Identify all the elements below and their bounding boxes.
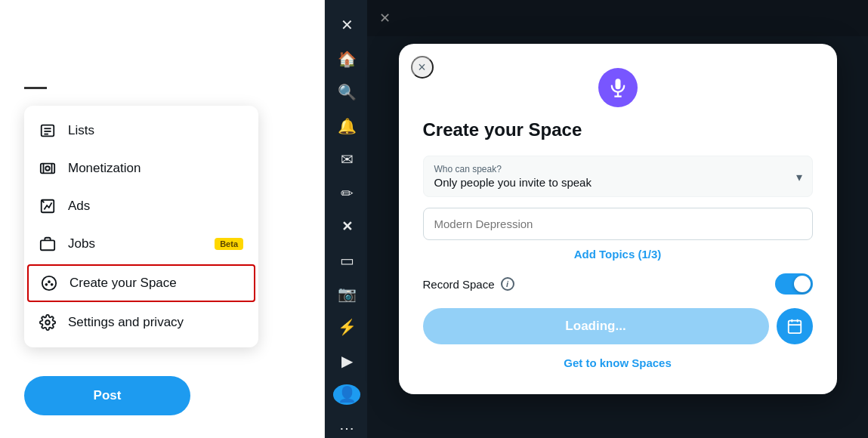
action-row: Loading... [423, 308, 813, 344]
spaces-icon-wrapper [423, 68, 813, 107]
chevron-down-icon: ▾ [796, 169, 802, 184]
record-space-text: Record Space [423, 278, 495, 291]
menu-item-create-space[interactable]: Create your Space [27, 264, 255, 302]
left-panel: Lists Monetization [0, 0, 325, 438]
record-space-label: Record Space i [423, 277, 514, 291]
svg-point-14 [51, 284, 53, 285]
toggle-knob [794, 276, 811, 292]
more-icon[interactable]: ⋯ [333, 418, 360, 438]
menu-item-jobs[interactable]: Jobs Beta [24, 225, 258, 263]
settings-icon [39, 314, 56, 331]
left-nav: ✕ 🏠 🔍 🔔 ✉ ✏ ✕ ▭ 📷 ⚡ ▶ 👤 ⋯ [326, 0, 367, 438]
x-logo-icon[interactable]: ✕ [333, 217, 360, 236]
menu-item-settings[interactable]: Settings and privacy [24, 304, 258, 341]
mail-icon[interactable]: ✉ [333, 150, 360, 169]
space-name-input[interactable] [423, 208, 813, 240]
svg-rect-19 [788, 321, 801, 334]
who-can-speak-select[interactable]: Who can speak? Only people you invite to… [423, 156, 813, 197]
schedule-button[interactable] [777, 308, 813, 344]
twitter-x-nav-icon[interactable]: ✕ [333, 15, 360, 35]
svg-rect-16 [615, 79, 620, 89]
menu-label-jobs: Jobs [68, 236, 95, 251]
edit-icon[interactable]: ✏ [333, 183, 360, 202]
info-icon[interactable]: i [501, 277, 514, 291]
spaces-microphone-icon [598, 68, 638, 107]
list-icon [39, 122, 56, 139]
space-icon [41, 275, 57, 291]
modal-title: Create your Space [423, 119, 813, 140]
menu-label-ads: Ads [68, 199, 90, 214]
menu-label-lists: Lists [68, 123, 94, 138]
modal-overlay: × Create your Space Who can speak? Only … [367, 0, 868, 438]
who-can-speak-wrapper[interactable]: Who can speak? Only people you invite to… [423, 156, 813, 197]
create-space-modal: × Create your Space Who can speak? Only … [399, 44, 837, 394]
record-space-toggle[interactable] [775, 273, 813, 295]
divider [24, 87, 47, 89]
lightning-icon[interactable]: ⚡ [333, 317, 360, 337]
svg-point-12 [45, 284, 47, 285]
play-icon[interactable]: ▶ [333, 351, 360, 371]
add-topics-link[interactable]: Add Topics (1/3) [574, 248, 662, 261]
menu-label-create-space: Create your Space [70, 276, 177, 291]
svg-rect-10 [41, 240, 54, 250]
who-can-speak-label: Who can speak? [434, 164, 782, 174]
profile-icon[interactable]: 👤 [333, 384, 360, 404]
get-to-know-container: Get to know Spaces [423, 356, 813, 370]
monetization-icon [39, 160, 56, 177]
bell-icon[interactable]: 🔔 [333, 116, 360, 135]
add-topics-container: Add Topics (1/3) [423, 248, 813, 261]
menu-item-lists[interactable]: Lists [24, 112, 258, 150]
search-icon[interactable]: 🔍 [333, 82, 360, 102]
menu-label-settings: Settings and privacy [68, 315, 184, 330]
modal-close-button[interactable]: × [411, 56, 434, 79]
ads-icon [39, 198, 56, 214]
record-space-row: Record Space i [423, 273, 813, 295]
beta-badge: Beta [215, 238, 243, 250]
svg-point-15 [45, 320, 50, 325]
svg-point-13 [48, 281, 50, 282]
dropdown-menu: Lists Monetization [24, 106, 258, 347]
home-icon[interactable]: 🏠 [333, 48, 360, 68]
loading-button[interactable]: Loading... [423, 308, 769, 344]
who-can-speak-value: Only people you invite to speak [434, 176, 782, 189]
post-button[interactable]: Post [24, 376, 190, 415]
get-to-know-link[interactable]: Get to know Spaces [564, 356, 672, 369]
menu-item-ads[interactable]: Ads [24, 187, 258, 225]
square-icon[interactable]: ▭ [333, 250, 360, 270]
camera-icon[interactable]: 📷 [333, 284, 360, 304]
menu-label-monetization: Monetization [68, 161, 141, 176]
jobs-icon [39, 236, 56, 252]
svg-point-5 [45, 166, 50, 171]
menu-item-monetization[interactable]: Monetization [24, 150, 258, 187]
